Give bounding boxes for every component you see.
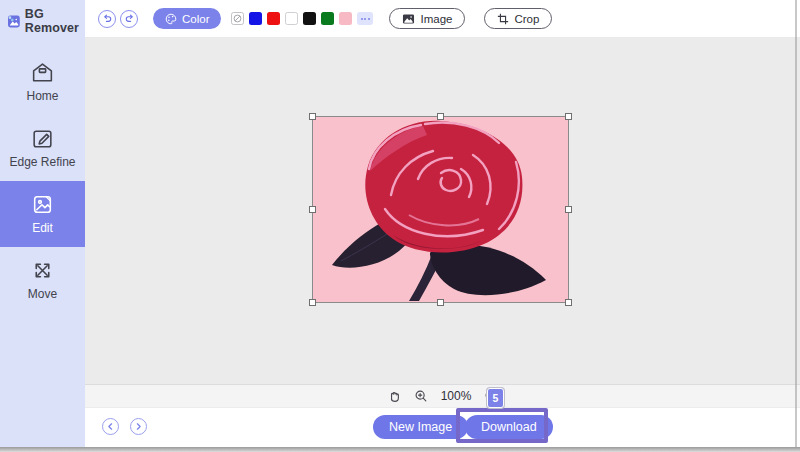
resize-handle-s[interactable] xyxy=(437,299,444,306)
resize-handle-nw[interactable] xyxy=(309,113,316,120)
sidebar-item-move[interactable]: Move xyxy=(0,247,85,313)
redo-button[interactable] xyxy=(120,10,138,28)
swatch-white[interactable] xyxy=(285,12,298,25)
top-toolbar: Color xyxy=(85,0,800,38)
sidebar-item-edit[interactable]: Edit xyxy=(0,181,85,247)
resize-handle-e[interactable] xyxy=(565,206,572,213)
undo-button[interactable] xyxy=(98,10,116,28)
crop-button[interactable]: Crop xyxy=(484,8,552,29)
redo-icon xyxy=(124,13,135,24)
bg-remover-app: BG Remover Home Edge Refine xyxy=(0,0,800,452)
sidebar-item-home[interactable]: Home xyxy=(0,49,85,115)
swatch-black[interactable] xyxy=(303,12,316,25)
zoom-in-icon[interactable] xyxy=(414,389,428,403)
color-swatches xyxy=(231,12,373,25)
rose-image xyxy=(313,117,568,302)
previous-button[interactable] xyxy=(102,418,119,435)
sidebar-item-label: Edge Refine xyxy=(9,155,75,169)
color-button[interactable]: Color xyxy=(153,8,221,29)
window-bottom-edge xyxy=(0,447,800,452)
crop-icon xyxy=(497,13,509,25)
home-icon xyxy=(30,60,55,85)
edge-refine-icon xyxy=(30,126,55,151)
sidebar-item-label: Move xyxy=(28,287,57,301)
move-icon xyxy=(30,258,55,283)
sidebar: BG Remover Home Edge Refine xyxy=(0,0,85,447)
swatch-red[interactable] xyxy=(267,12,280,25)
resize-handle-w[interactable] xyxy=(309,206,316,213)
zoom-toolbar: 100% xyxy=(85,384,800,407)
sidebar-item-label: Edit xyxy=(32,221,53,235)
editor-canvas[interactable] xyxy=(85,38,800,384)
sidebar-nav: Home Edge Refine Edit xyxy=(0,49,85,313)
image-button-label: Image xyxy=(420,13,452,25)
window-right-edge xyxy=(795,0,797,447)
swatch-none[interactable] xyxy=(231,12,244,25)
undo-icon xyxy=(102,13,113,24)
app-logo-icon xyxy=(8,14,20,29)
sidebar-item-edge-refine[interactable]: Edge Refine xyxy=(0,115,85,181)
swatch-blue[interactable] xyxy=(249,12,262,25)
more-colors-button[interactable] xyxy=(357,12,373,25)
main-area: Color xyxy=(85,0,800,452)
color-button-label: Color xyxy=(182,13,209,25)
zoom-level: 100% xyxy=(441,389,472,403)
no-color-icon xyxy=(233,14,242,23)
app-logo: BG Remover xyxy=(0,0,85,41)
app-title: BG Remover xyxy=(25,7,85,35)
chevron-left-icon xyxy=(106,422,115,431)
chevron-right-icon xyxy=(134,422,143,431)
swatch-pink[interactable] xyxy=(339,12,352,25)
new-image-button[interactable]: New Image xyxy=(373,415,468,439)
swatch-green[interactable] xyxy=(321,12,334,25)
image-button[interactable]: Image xyxy=(389,8,465,29)
resize-handle-se[interactable] xyxy=(565,299,572,306)
selected-image[interactable] xyxy=(313,117,568,302)
palette-icon xyxy=(165,13,177,25)
more-dots-icon xyxy=(361,18,363,20)
hand-tool-icon[interactable] xyxy=(387,389,401,403)
resize-handle-sw[interactable] xyxy=(309,299,316,306)
resize-handle-n[interactable] xyxy=(437,113,444,120)
edit-icon xyxy=(30,192,55,217)
download-button[interactable]: Download xyxy=(465,415,553,439)
step-badge: 5 xyxy=(487,388,504,408)
resize-handle-ne[interactable] xyxy=(565,113,572,120)
footer-bar: New Image Download xyxy=(85,407,800,448)
next-button[interactable] xyxy=(130,418,147,435)
crop-button-label: Crop xyxy=(514,13,539,25)
image-icon xyxy=(402,13,415,25)
sidebar-item-label: Home xyxy=(26,89,58,103)
